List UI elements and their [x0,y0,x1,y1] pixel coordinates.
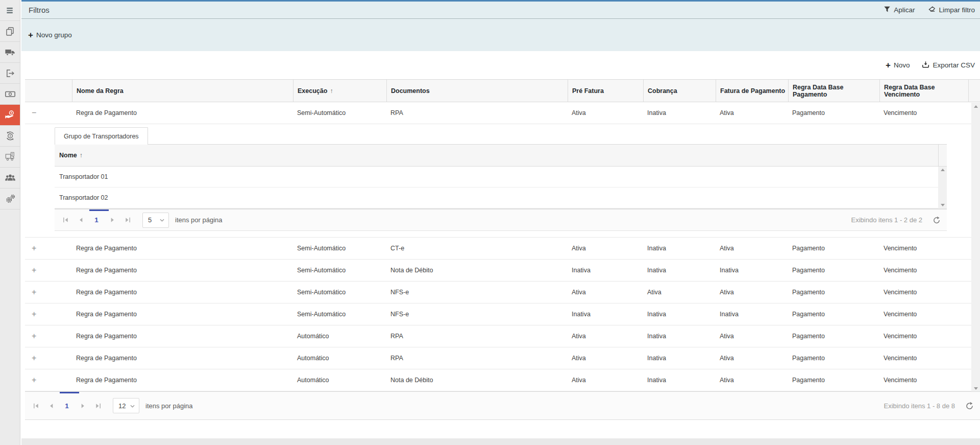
cell-pre-fatura: Ativa [568,109,643,116]
cell-rdb-pagamento: Pagamento [788,245,879,252]
scroll-down-icon[interactable] [974,387,978,390]
cell-rdb-pagamento: Pagamento [788,289,879,296]
cell-rdb-pagamento: Pagamento [788,377,879,384]
plus-icon [28,31,33,39]
column-header-regra-data-base-vencimento[interactable]: Regra Data Base Vencimento [879,80,968,102]
column-header-regra-data-base-pagamento[interactable]: Regra Data Base Pagamento [788,80,879,102]
current-page-indicator [89,209,109,211]
expand-row-button[interactable] [25,376,72,384]
cell-fatura: Ativa [716,289,788,296]
table-row: Regra de Pagamento Automático RPA Ativa … [25,325,980,347]
grid-header: Nome da Regra Execução↑ Documentos Pré F… [25,79,980,102]
pager-prev-button[interactable] [43,398,59,413]
sidebar-item-menu[interactable] [0,0,20,21]
column-header-documentos[interactable]: Documentos [386,80,568,102]
current-page-indicator [60,392,79,393]
payment-rules-page: Filtros Aplicar Limpar filtro Novo grupo [0,0,980,445]
money-exchange-icon [5,130,16,142]
pager-last-button[interactable] [90,398,106,413]
cell-execucao: Semi-Automático [293,289,386,296]
nested-vertical-scrollbar[interactable] [938,167,947,208]
list-item: Transportador 02 [55,188,938,208]
expand-row-button[interactable] [25,288,72,296]
tab-grupo-de-transportadores[interactable]: Grupo de Transportadores [55,127,148,145]
table-row: Regra de Pagamento Semi-Automático NFS-e… [25,303,980,325]
pager-first-button[interactable] [28,398,43,413]
page-size-select[interactable]: 5 [142,213,169,228]
pager-status: Exibindo itens 1 - 8 de 8 [884,402,955,410]
expand-row-button[interactable] [25,310,72,318]
sidebar-item-money-exchange[interactable] [0,126,20,147]
table-row: Regra de Pagamento Semi-Automático Nota … [25,260,980,282]
cell-rdb-pagamento: Pagamento [788,355,879,362]
filters-bar: Filtros Aplicar Limpar filtro [21,0,980,19]
grid-vertical-scrollbar[interactable] [971,103,980,392]
items-per-page-label: itens por página [175,216,223,224]
cell-cobranca: Inativa [643,267,716,274]
column-header-execucao[interactable]: Execução↑ [293,80,386,102]
refresh-button[interactable] [933,216,941,224]
sidebar-item-billing[interactable] [0,84,20,105]
cell-documentos: RPA [386,109,568,116]
pager-last-button[interactable] [120,213,135,228]
new-group-button[interactable]: Novo grupo [28,31,72,39]
cell-execucao: Semi-Automático [293,109,386,116]
pager-page-1[interactable]: 1 [88,216,105,224]
export-csv-button[interactable]: Exportar CSV [922,61,975,70]
sidebar-item-truck[interactable] [0,42,20,63]
sidebar-item-settings[interactable] [0,189,20,209]
clear-filter-button[interactable]: Limpar filtro [928,6,975,14]
cell-execucao: Automático [293,355,386,362]
column-header-nome[interactable]: Nome ↑ [55,145,938,166]
eraser-icon [928,6,936,14]
sidebar-item-documents[interactable] [0,21,20,42]
refresh-button[interactable] [965,402,974,410]
pager-next-button[interactable] [105,213,120,228]
scroll-up-icon[interactable] [941,169,945,171]
cell-documentos: RPA [386,355,568,362]
sidebar [0,0,20,445]
table-row: Regra de Pagamento Semi-Automático RPA A… [25,102,980,124]
sidebar-item-users[interactable] [0,168,20,189]
horizontal-scrollbar-track[interactable] [21,438,980,445]
cell-rdb-pagamento: Pagamento [788,333,879,340]
column-header-pre-fatura[interactable]: Pré Fatura [568,80,643,102]
pager-first-button[interactable] [58,213,73,228]
cell-cobranca: Inativa [643,377,716,384]
cell-cobranca: Inativa [643,245,716,252]
sidebar-item-payment-rules[interactable] [0,105,20,126]
settings-gears-icon [5,193,16,204]
sidebar-item-export[interactable] [0,63,20,84]
pager-prev-button[interactable] [73,213,88,228]
cell-cobranca: Inativa [643,333,716,340]
scroll-down-icon[interactable] [941,204,945,206]
cell-execucao: Semi-Automático [293,311,386,318]
pager-page-1[interactable]: 1 [59,402,75,410]
header-filler [968,80,980,102]
expand-row-button[interactable] [25,244,72,252]
column-header-expand [25,80,72,102]
apply-filter-button[interactable]: Aplicar [884,6,915,14]
sidebar-item-freight[interactable] [0,147,20,168]
cell-cobranca: Inativa [643,311,716,318]
cell-cobranca: Inativa [643,109,716,116]
grid-pager: 1 12 itens por página Exibindo itens 1 -… [25,391,980,420]
pager-next-button[interactable] [75,398,90,413]
sort-asc-icon: ↑ [80,152,83,159]
cell-rdb-pagamento: Pagamento [788,267,879,274]
money-bill-icon [5,88,16,100]
collapse-row-button[interactable] [25,109,72,117]
cell-nome: Regra de Pagamento [72,289,293,296]
column-header-cobranca[interactable]: Cobrança [643,80,716,102]
expand-row-button[interactable] [25,266,72,274]
page-size-select[interactable]: 12 [113,398,139,413]
scroll-up-icon[interactable] [974,105,978,108]
new-button[interactable]: Novo [886,61,910,69]
column-header-nome-da-regra[interactable]: Nome da Regra [72,80,293,102]
expand-row-button[interactable] [25,332,72,340]
expand-row-button[interactable] [25,354,72,362]
column-header-fatura-de-pagamento[interactable]: Fatura de Pagamento [716,80,788,102]
sort-asc-icon: ↑ [330,87,333,95]
cell-pre-fatura: Ativa [568,355,643,362]
cell-fatura: Ativa [716,109,788,116]
